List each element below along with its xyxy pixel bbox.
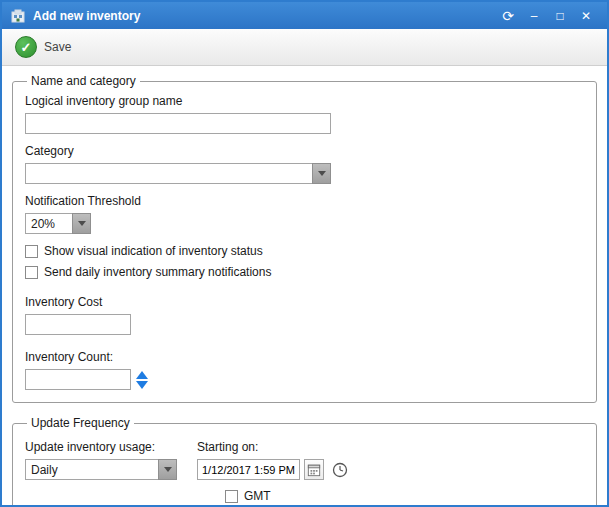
title-bar: Add new inventory ⟳ – □ ✕ <box>2 2 607 29</box>
spinner-down-icon[interactable] <box>136 381 148 389</box>
category-dropdown-button[interactable] <box>312 163 331 184</box>
inventory-cost-label: Inventory Cost <box>25 295 584 309</box>
form-content: Name and category Logical inventory grou… <box>2 66 607 505</box>
minimize-button[interactable]: – <box>521 5 547 27</box>
update-frequency-legend: Update Frequency <box>27 416 134 430</box>
category-dropdown[interactable] <box>25 163 331 184</box>
window-title: Add new inventory <box>33 9 495 23</box>
add-inventory-window: Add new inventory ⟳ – □ ✕ ✓ Save Name an… <box>0 0 609 507</box>
category-dropdown-value <box>25 163 312 184</box>
inventory-count-input[interactable] <box>25 369 131 390</box>
gmt-row: GMT <box>225 489 348 503</box>
usage-dropdown-value: Daily <box>25 459 158 480</box>
name-category-legend: Name and category <box>27 74 140 88</box>
inventory-app-icon <box>10 8 26 24</box>
starting-date-row <box>197 459 348 480</box>
time-picker-button[interactable] <box>332 462 348 478</box>
update-frequency-group: Update Frequency Update inventory usage:… <box>12 416 597 505</box>
spinner-up-icon[interactable] <box>136 371 148 379</box>
starting-on-label: Starting on: <box>197 440 348 454</box>
category-label: Category <box>25 144 584 158</box>
usage-dropdown[interactable]: Daily <box>25 459 177 480</box>
inventory-cost-input[interactable] <box>25 314 131 335</box>
refresh-button[interactable]: ⟳ <box>495 5 521 27</box>
frequency-row: Update inventory usage: Daily Starting o… <box>25 438 584 503</box>
group-name-input[interactable] <box>25 113 331 134</box>
threshold-label: Notification Threshold <box>25 194 584 208</box>
usage-label: Update inventory usage: <box>25 440 197 454</box>
visual-indication-checkbox[interactable] <box>25 245 38 258</box>
group-name-label: Logical inventory group name <box>25 94 584 108</box>
starting-column: Starting on: <box>197 438 348 503</box>
daily-summary-row: Send daily inventory summary notificatio… <box>25 265 584 279</box>
chevron-down-icon <box>164 467 172 472</box>
close-button[interactable]: ✕ <box>573 5 599 27</box>
clock-icon <box>332 462 348 478</box>
calendar-icon <box>307 463 321 477</box>
starting-date-input[interactable] <box>197 459 300 480</box>
save-button-label: Save <box>44 40 71 54</box>
inventory-count-row <box>25 369 584 390</box>
visual-indication-label: Show visual indication of inventory stat… <box>44 244 263 258</box>
daily-summary-label: Send daily inventory summary notificatio… <box>44 265 271 279</box>
save-check-icon: ✓ <box>15 36 37 58</box>
toolbar: ✓ Save <box>2 29 607 66</box>
save-button[interactable]: ✓ Save <box>8 32 86 62</box>
inventory-count-spinner[interactable] <box>136 371 148 389</box>
name-category-group: Name and category Logical inventory grou… <box>12 74 597 403</box>
usage-dropdown-button[interactable] <box>158 459 177 480</box>
calendar-picker-button[interactable] <box>304 459 324 480</box>
visual-indication-row: Show visual indication of inventory stat… <box>25 244 584 258</box>
inventory-count-label: Inventory Count: <box>25 350 584 364</box>
threshold-dropdown-button[interactable] <box>72 213 91 234</box>
threshold-dropdown-value: 20% <box>25 213 72 234</box>
usage-column: Update inventory usage: Daily <box>25 438 197 503</box>
threshold-dropdown[interactable]: 20% <box>25 213 91 234</box>
maximize-button[interactable]: □ <box>547 5 573 27</box>
daily-summary-checkbox[interactable] <box>25 266 38 279</box>
chevron-down-icon <box>318 171 326 176</box>
chevron-down-icon <box>78 221 86 226</box>
gmt-label: GMT <box>244 489 271 503</box>
gmt-checkbox[interactable] <box>225 490 238 503</box>
